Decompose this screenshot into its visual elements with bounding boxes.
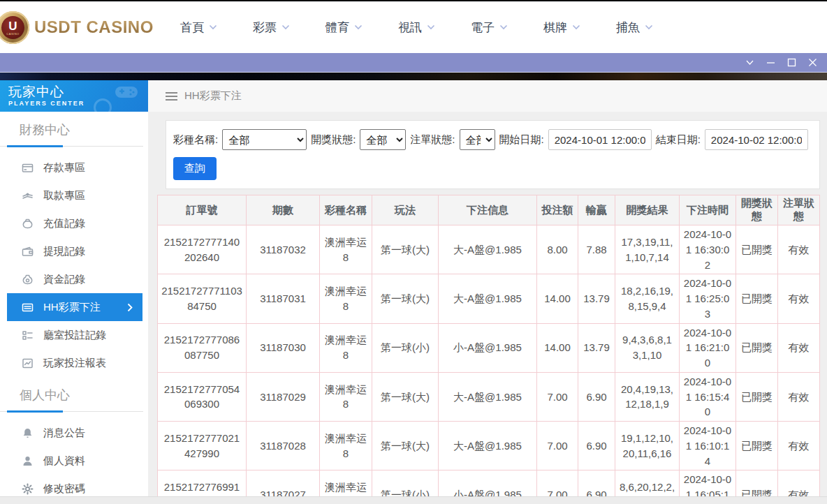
main-nav: 首頁 彩票 體育 視訊 電子 棋牌 捕魚 — [180, 20, 689, 36]
hamburger-menu-icon[interactable] — [166, 92, 177, 101]
col-header-bet-info: 下注信息 — [439, 195, 537, 225]
breadcrumb: HH彩票下注 — [148, 80, 827, 112]
nav-item-home[interactable]: 首頁 — [180, 20, 253, 36]
sidebar-item-recharge-record[interactable]: 充值記錄 — [0, 209, 148, 237]
col-header-draw-status: 開獎狀態 — [736, 195, 778, 225]
end-date-label: 結束日期: — [656, 133, 701, 147]
sidebar-item-fund-record[interactable]: 資金記錄 — [0, 265, 148, 293]
horizontal-scrollbar[interactable] — [0, 496, 827, 504]
start-date-input[interactable] — [548, 129, 652, 150]
nav-label: 棋牌 — [543, 20, 567, 36]
table-row: 215217277705406930031187029澳洲幸运8第一球(大)大-… — [158, 372, 820, 421]
personal-menu: 消息公告 個人資料 修改密碼 — [0, 419, 148, 503]
coin-sub-text: CASINO — [6, 32, 19, 36]
finance-menu: 存款專區 取款專區 充值記錄 提現記錄 資金記錄 HH彩票下注 — [0, 154, 148, 377]
nav-item-lottery[interactable]: 彩票 — [253, 20, 325, 36]
sidebar-item-announcements[interactable]: 消息公告 — [0, 419, 148, 447]
nav-item-fishing[interactable]: 捕魚 — [616, 20, 689, 36]
nav-label: 彩票 — [253, 20, 277, 36]
gear-icon — [21, 483, 34, 495]
brand-logo[interactable]: U CASINO USDT CASINO — [0, 1, 168, 53]
lottery-name-select[interactable]: 全部 — [222, 129, 307, 150]
close-icon[interactable] — [802, 54, 823, 71]
col-header-win-loss: 輸贏 — [578, 195, 615, 225]
chevron-down-icon — [354, 24, 363, 30]
table-row: 215217277702142799031187028澳洲幸运8第一球(大)大-… — [158, 422, 820, 470]
coin-u-letter: U — [8, 20, 17, 32]
wallet-icon — [21, 246, 34, 258]
hall-list-icon — [21, 329, 34, 341]
filter-panel: 彩種名稱: 全部 開獎狀態: 全部 注單狀態: 全部 開始日期: 結束日期: 查… — [166, 120, 820, 189]
lottery-name-label: 彩種名稱: — [173, 133, 218, 147]
deposit-card-icon — [21, 162, 34, 174]
sidebar-header: 玩家中心 PLAYERS CENTER — [0, 80, 148, 112]
chevron-down-icon — [499, 24, 508, 30]
nav-label: 體育 — [325, 20, 349, 36]
section-divider — [0, 410, 143, 412]
col-header-lottery: 彩種名稱 — [320, 195, 372, 225]
bell-icon — [21, 427, 34, 439]
window-titlebar — [0, 53, 827, 73]
nav-item-slots[interactable]: 電子 — [471, 20, 543, 36]
chevron-down-icon — [572, 24, 580, 30]
section-title-personal: 個人中心 — [0, 387, 148, 403]
col-header-order-id: 訂單號 — [158, 195, 247, 225]
report-chart-icon — [21, 357, 34, 369]
col-header-period: 期數 — [247, 195, 320, 225]
sidebar-item-deposit[interactable]: 存款專區 — [0, 154, 148, 181]
table-header-row: 訂單號 期數 彩種名稱 玩法 下注信息 投注額 輸贏 開獎結果 下注時間 開獎狀… — [158, 195, 820, 225]
main-content: HH彩票下注 彩種名稱: 全部 開獎狀態: 全部 注單狀態: 全部 開始日期: … — [148, 80, 827, 503]
nav-label: 捕魚 — [616, 20, 640, 36]
col-header-order-status: 注單狀態 — [778, 195, 820, 225]
table-row: 215217277711038475031187031澳洲幸运8第一球(大)大-… — [158, 274, 820, 323]
chevron-down-icon — [427, 24, 435, 30]
sidebar-item-withdraw[interactable]: 取款專區 — [0, 181, 148, 209]
start-date-label: 開始日期: — [499, 133, 544, 147]
minimize-icon[interactable] — [760, 54, 781, 71]
nav-item-video[interactable]: 視訊 — [398, 20, 471, 36]
draw-status-label: 開獎狀態: — [311, 133, 356, 147]
nav-item-cards[interactable]: 棋牌 — [543, 20, 616, 36]
lottery-ticket-icon — [21, 302, 34, 313]
sidebar-item-withdraw-record[interactable]: 提現記錄 — [0, 237, 148, 265]
section-title-finance: 財務中心 — [0, 121, 148, 138]
order-status-select[interactable]: 全部 — [460, 129, 495, 150]
nav-label: 電子 — [471, 20, 495, 36]
window-dropdown-icon[interactable] — [739, 54, 760, 71]
nav-label: 首頁 — [180, 20, 204, 36]
brand-name: USDT CASINO — [34, 17, 154, 37]
col-header-amount: 投注額 — [537, 195, 578, 225]
recharge-bag-icon — [21, 218, 34, 230]
page-title: HH彩票下注 — [184, 89, 242, 103]
draw-status-select[interactable]: 全部 — [360, 129, 406, 150]
nav-label: 視訊 — [398, 20, 422, 36]
bets-table: 訂單號 期數 彩種名稱 玩法 下注信息 投注額 輸贏 開獎結果 下注時間 開獎狀… — [157, 195, 820, 503]
col-header-play: 玩法 — [372, 195, 439, 225]
table-row: 215217277714020264031187032澳洲幸运8第一球(大)大-… — [158, 225, 820, 274]
section-divider — [0, 144, 143, 147]
chevron-down-icon — [209, 24, 217, 30]
maximize-icon[interactable] — [781, 54, 802, 71]
sidebar-item-hh-lottery-bets[interactable]: HH彩票下注 — [7, 293, 142, 321]
gamepad-icon — [115, 84, 138, 103]
end-date-input[interactable] — [705, 129, 808, 150]
chevron-down-icon — [645, 24, 653, 30]
person-icon — [21, 455, 34, 467]
coin-logo-icon: U CASINO — [0, 11, 29, 44]
sidebar-item-hall-bet-record[interactable]: 廳室投註記錄 — [0, 321, 148, 349]
decorative-banner-strip — [0, 73, 827, 80]
app-header: U CASINO USDT CASINO 首頁 彩票 體育 視訊 電子 棋牌 — [0, 1, 827, 53]
search-button[interactable]: 查詢 — [173, 157, 217, 180]
fund-bag-icon — [21, 274, 34, 286]
chevron-right-icon — [127, 302, 133, 315]
sidebar-item-profile[interactable]: 個人資料 — [0, 447, 148, 475]
sidebar: 玩家中心 PLAYERS CENTER 財務中心 存款專區 — [0, 80, 148, 503]
chevron-down-icon — [281, 24, 290, 30]
withdraw-cash-icon — [21, 190, 34, 202]
col-header-time: 下注時間 — [680, 195, 736, 225]
order-status-label: 注單狀態: — [410, 133, 455, 147]
col-header-result: 開獎結果 — [615, 195, 680, 225]
sidebar-item-player-bet-report[interactable]: 玩家投注報表 — [0, 349, 148, 377]
table-row: 215217277708608775031187030澳洲幸运8第一球(小)小-… — [158, 323, 820, 372]
nav-item-sports[interactable]: 體育 — [325, 20, 398, 36]
